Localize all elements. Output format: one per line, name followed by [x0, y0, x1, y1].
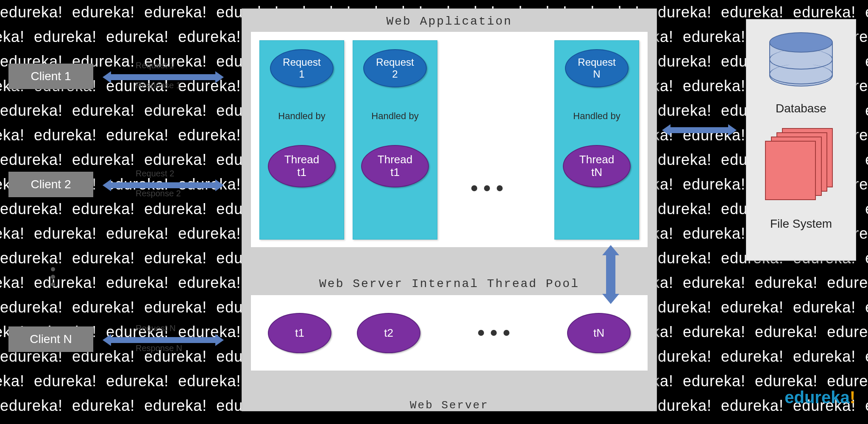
web-application-title: Web Application: [242, 9, 657, 31]
request-label-1: Request 1: [136, 61, 174, 70]
request-bot: 2: [392, 68, 398, 80]
storage-panel: Database File System: [746, 19, 856, 261]
web-application-panel: Request 1 Handled by Thread t1 Request 2…: [250, 31, 648, 248]
request-label-n: Request N: [136, 324, 176, 333]
arrow-app-to-pool: [606, 254, 615, 295]
clients-ellipsis: [51, 267, 55, 287]
client-label: Client N: [30, 332, 72, 346]
filesystem-icon: [765, 128, 837, 200]
arrow-server-storage: [670, 127, 729, 133]
requests-ellipsis: [471, 185, 503, 191]
client-label: Client 1: [31, 70, 71, 83]
brand-logo: edureka!: [785, 388, 855, 407]
thread-pool-title: Web Server Internal Thread Pool: [242, 277, 657, 290]
thread-top: Thread: [579, 153, 614, 166]
web-server-footer-label: Web Server: [410, 399, 489, 412]
thread-bot: t1: [297, 166, 306, 179]
request-bubble: Request 2: [363, 49, 427, 87]
database-icon: [769, 32, 833, 96]
request-top: Request: [283, 56, 320, 68]
thread-bot: t1: [390, 166, 400, 179]
web-server-container: Web Application Request 1 Handled by Thr…: [242, 8, 657, 411]
arrow-client2-server: [110, 182, 216, 188]
pool-thread: tN: [567, 313, 631, 353]
request-bot: N: [593, 68, 600, 80]
response-label-1: Response 1: [136, 81, 181, 90]
client-box-1: Client 1: [8, 64, 93, 89]
request-top: Request: [376, 56, 414, 68]
filesystem-label: File System: [770, 217, 832, 231]
pool-thread: t2: [357, 313, 420, 353]
pool-thread: t1: [268, 313, 331, 353]
thread-bubble: Thread t1: [361, 145, 429, 187]
thread-bubble: Thread t1: [268, 145, 336, 187]
handled-by-label: Handled by: [573, 111, 620, 122]
request-column-2: Request 2 Handled by Thread t1: [353, 40, 437, 240]
request-label-2: Request 2: [136, 169, 174, 179]
handled-by-label: Handled by: [371, 111, 418, 122]
request-column-1: Request 1 Handled by Thread t1: [259, 40, 344, 240]
thread-top: Thread: [378, 153, 412, 166]
request-top: Request: [578, 56, 615, 68]
handled-by-label: Handled by: [278, 111, 325, 122]
arrow-clientn-server: [110, 337, 216, 343]
thread-bot: tN: [591, 166, 602, 179]
database-label: Database: [776, 102, 826, 115]
response-label-n: Response N: [136, 343, 182, 353]
client-box-2: Client 2: [8, 172, 93, 197]
arrow-client1-server: [110, 74, 216, 80]
thread-top: Thread: [284, 153, 319, 166]
thread-bubble: Thread tN: [563, 145, 631, 187]
brand-bang: !: [850, 388, 855, 407]
client-box-n: Client N: [8, 326, 93, 352]
pool-ellipsis: [478, 330, 509, 336]
thread-pool-panel: t1 t2 tN: [250, 295, 648, 371]
request-bubble: Request N: [565, 49, 629, 87]
request-column-n: Request N Handled by Thread tN: [554, 40, 639, 240]
brand-text: edureka: [785, 388, 849, 407]
client-label: Client 2: [31, 178, 71, 191]
request-bot: 1: [299, 68, 304, 80]
request-bubble: Request 1: [270, 49, 334, 87]
response-label-2: Response 2: [136, 189, 181, 198]
